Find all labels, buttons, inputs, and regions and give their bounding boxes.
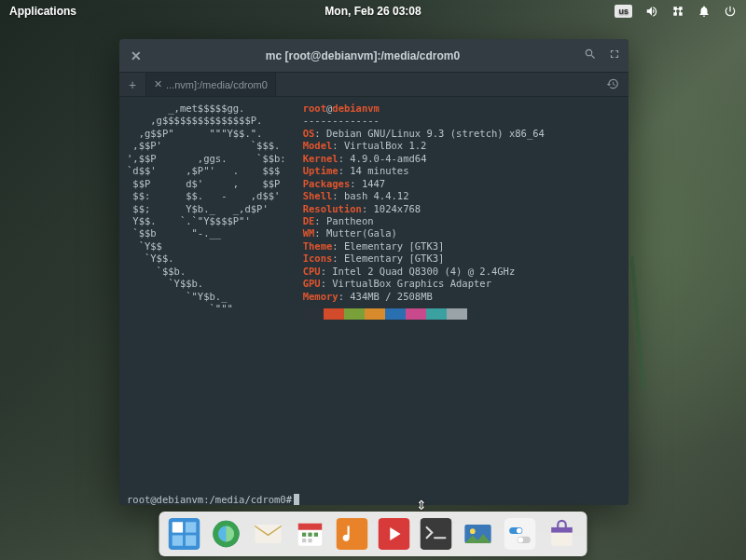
svg-point-24 (518, 538, 523, 543)
top-panel: Applications Mon, Feb 26 03:08 us (0, 0, 746, 22)
history-icon[interactable] (606, 77, 619, 92)
terminal-content[interactable]: _,met$$$$$gg. ,g$$$$$$$$$$$$$$$P. ,g$$P"… (119, 97, 629, 490)
dock-item-multitasking[interactable] (167, 516, 202, 552)
power-icon[interactable] (724, 5, 737, 18)
svg-rect-2 (186, 522, 196, 532)
svg-rect-9 (298, 524, 323, 530)
new-tab-button[interactable]: + (119, 77, 145, 92)
svg-rect-3 (173, 535, 183, 545)
dock-item-system-settings[interactable] (503, 516, 538, 552)
svg-rect-11 (308, 533, 311, 537)
dock-item-calendar[interactable] (293, 516, 328, 552)
search-icon[interactable] (584, 48, 597, 63)
dock (159, 512, 587, 556)
cursor (294, 494, 299, 505)
color-swatch (303, 308, 324, 320)
notifications-icon[interactable] (698, 5, 711, 18)
svg-point-19 (470, 528, 476, 534)
svg-rect-10 (302, 533, 306, 537)
color-swatch (406, 308, 426, 320)
neofetch-info: root@debianvm ------------- OS: Debian G… (303, 102, 545, 485)
svg-rect-26 (551, 527, 573, 533)
terminal-window: ✕ mc [root@debianvm]:/media/cdrom0 + ✕ .… (119, 39, 629, 505)
dock-item-photos[interactable] (461, 516, 496, 552)
terminal-prompt[interactable]: root@debianvm:/media/cdrom0# (119, 490, 629, 505)
network-icon[interactable] (671, 5, 684, 18)
dock-item-music[interactable] (335, 516, 370, 552)
svg-rect-15 (337, 518, 368, 550)
color-swatches (303, 308, 545, 320)
color-swatch (447, 308, 467, 320)
dock-item-software-center[interactable] (545, 516, 580, 552)
svg-rect-17 (421, 518, 452, 550)
system-tray: us (615, 5, 737, 18)
svg-rect-20 (504, 518, 536, 550)
terminal-tabbar: + ✕ ...nvm]:/media/cdrom0 (119, 73, 629, 97)
color-swatch (365, 308, 385, 320)
window-titlebar[interactable]: ✕ mc [root@debianvm]:/media/cdrom0 (119, 39, 629, 73)
tab-close-icon[interactable]: ✕ (154, 78, 162, 90)
tab-label: ...nvm]:/media/cdrom0 (166, 79, 268, 90)
dock-item-mail[interactable] (251, 516, 286, 552)
color-swatch (344, 308, 365, 320)
resize-cursor-icon: ⇕ (416, 498, 427, 512)
ascii-logo: _,met$$$$$gg. ,g$$$$$$$$$$$$$$$P. ,g$$P"… (127, 102, 286, 485)
svg-rect-1 (173, 522, 183, 532)
dock-item-web-browser[interactable] (209, 516, 244, 552)
window-title: mc [root@debianvm]:/media/cdrom0 (153, 49, 629, 62)
clock[interactable]: Mon, Feb 26 03:08 (325, 5, 421, 18)
terminal-tab[interactable]: ✕ ...nvm]:/media/cdrom0 (145, 73, 276, 96)
volume-icon[interactable] (645, 5, 658, 18)
svg-rect-7 (255, 525, 281, 543)
svg-rect-14 (308, 539, 311, 542)
color-swatch (385, 308, 406, 320)
svg-rect-12 (314, 533, 318, 537)
svg-rect-13 (302, 539, 306, 542)
color-swatch (324, 308, 344, 320)
dock-item-videos[interactable] (377, 516, 412, 552)
close-icon[interactable]: ✕ (119, 48, 153, 63)
applications-menu[interactable]: Applications (9, 5, 76, 18)
maximize-icon[interactable] (608, 48, 621, 63)
svg-point-22 (517, 528, 522, 534)
keyboard-indicator[interactable]: us (615, 5, 632, 18)
svg-rect-4 (186, 535, 196, 545)
dock-item-terminal[interactable] (419, 516, 454, 552)
color-swatch (426, 308, 447, 320)
